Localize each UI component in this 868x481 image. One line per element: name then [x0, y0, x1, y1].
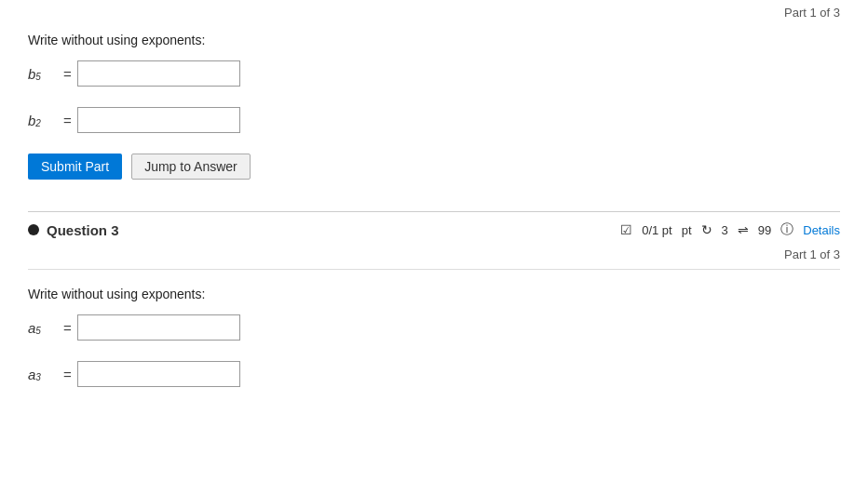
b2-row: b2 =	[28, 107, 840, 133]
b2-input[interactable]	[77, 107, 240, 133]
score-label-pt: pt	[682, 223, 692, 237]
question3-bullet	[28, 224, 39, 235]
part-label-bottom-text: Part 1 of 3	[784, 247, 840, 261]
page-wrapper: Part 1 of 3 Write without using exponent…	[0, 0, 868, 417]
part-label-bottom: Part 1 of 3	[28, 242, 840, 265]
question3-block: Write without using exponents: a5 = a3 =	[28, 277, 840, 417]
question2-buttons: Submit Part Jump to Answer	[28, 154, 840, 180]
b2-equals: =	[63, 113, 72, 128]
jump-to-answer-button[interactable]: Jump to Answer	[131, 154, 251, 180]
submit-part-button[interactable]: Submit Part	[28, 154, 122, 180]
score-icon: ☑	[620, 222, 632, 237]
question3-title-block: Question 3	[28, 222, 119, 238]
question3-meta: ☑ 0/1 pt pt ↻ 3 ⇌ 99 ⓘ Details	[620, 221, 840, 238]
question3-instruction: Write without using exponents:	[28, 287, 840, 301]
question3-submissions: 99	[758, 223, 771, 237]
part-label-top: Part 1 of 3	[28, 0, 840, 23]
b5-equals: =	[63, 66, 72, 82]
b2-expression: b2	[28, 113, 56, 128]
question3-score: 0/1 pt	[642, 223, 672, 237]
submissions-icon: ⇌	[738, 222, 749, 237]
question2-instruction: Write without using exponents:	[28, 33, 840, 47]
b5-input[interactable]	[77, 60, 240, 87]
a3-expression: a3	[28, 367, 56, 382]
b5-expression: b5	[28, 66, 56, 82]
question3-retries: 3	[722, 223, 728, 237]
a3-input[interactable]	[77, 361, 240, 387]
a3-row: a3 =	[28, 361, 840, 387]
divider	[28, 269, 840, 270]
part-label-top-text: Part 1 of 3	[784, 6, 840, 20]
b5-row: b5 =	[28, 60, 840, 87]
question3-header: Question 3 ☑ 0/1 pt pt ↻ 3 ⇌ 99 ⓘ Detail…	[28, 211, 840, 242]
a5-expression: a5	[28, 320, 56, 336]
details-link[interactable]: Details	[803, 223, 840, 237]
info-icon: ⓘ	[780, 221, 793, 238]
retry-icon: ↻	[701, 222, 712, 237]
a5-input[interactable]	[77, 314, 240, 341]
question2-block: Write without using exponents: b5 = b2 =…	[28, 23, 840, 206]
a3-equals: =	[63, 367, 72, 382]
a5-row: a5 =	[28, 314, 840, 341]
a5-equals: =	[63, 320, 72, 336]
question3-title: Question 3	[47, 222, 119, 238]
